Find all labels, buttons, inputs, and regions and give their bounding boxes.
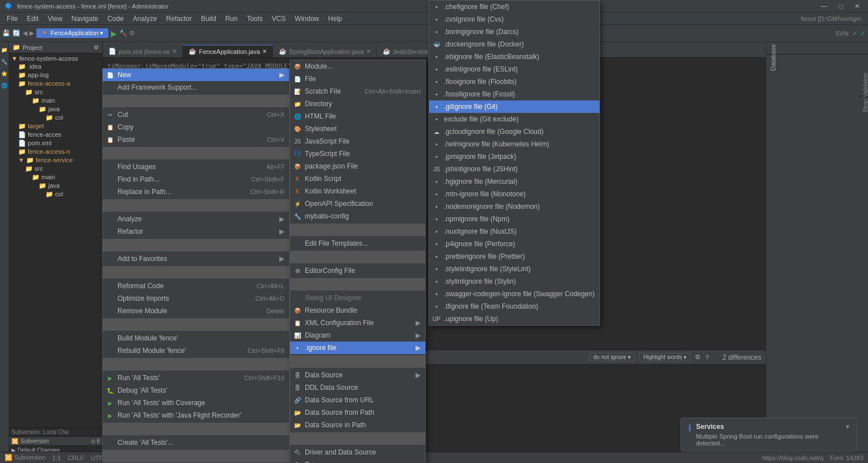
- project-settings-icon[interactable]: ⚙: [94, 44, 99, 50]
- tree-main[interactable]: 📁 main: [9, 96, 102, 105]
- ignore-nodemon[interactable]: • .nodemonignore file (Nodemon): [429, 200, 599, 213]
- tree-applog[interactable]: 📁 app-log: [9, 71, 102, 79]
- do-not-ignore-btn[interactable]: do not ignore ▾: [589, 353, 635, 361]
- new-module[interactable]: 📦 Module...: [290, 60, 425, 73]
- ctx-reformat[interactable]: Reformat Code Ctrl+Alt+L: [103, 280, 289, 292]
- tree-fence-access[interactable]: 📁 fence-access-a: [9, 79, 102, 88]
- ctx-optimize[interactable]: Optimize Imports Ctrl+Alt+O: [103, 292, 289, 305]
- tree-java[interactable]: 📁 java: [9, 105, 102, 113]
- structure-side-icon[interactable]: 🔧: [2, 56, 7, 67]
- new-ts[interactable]: TS TypeScript File: [290, 148, 425, 160]
- ctx-new[interactable]: 📄 New ▶: [103, 69, 289, 81]
- toolbar-icon-5[interactable]: ⚙: [129, 30, 135, 37]
- close-button[interactable]: ✕: [851, 1, 863, 11]
- toolbar-icon-1[interactable]: 💾: [2, 30, 10, 37]
- svn-check[interactable]: ✓: [852, 30, 858, 37]
- ctx-cut[interactable]: ✂ Cut Ctrl+X: [103, 108, 289, 121]
- ignore-swagger[interactable]: • .swagger-codegen-ignore file (Swagger …: [429, 288, 599, 300]
- ignore-jshint[interactable]: JS .jshintignore file (JSHint): [429, 163, 599, 175]
- new-driver-ds[interactable]: 🔌 Driver and Data Source: [290, 446, 425, 458]
- web-side-icon[interactable]: 🌐: [2, 80, 7, 91]
- run-button[interactable]: ▶: [111, 29, 117, 38]
- ignore-eb[interactable]: • .ebignore file (ElasticBeanstalk): [429, 50, 599, 63]
- ctx-run-coverage[interactable]: ▶ Run 'All Tests' with Coverage: [103, 397, 289, 409]
- toolbar-icon-4[interactable]: ▶: [30, 30, 34, 37]
- ctx-run-jfr[interactable]: ▶ Run 'All Tests' with 'Java Flight Reco…: [103, 409, 289, 422]
- menu-vcs[interactable]: VCS: [267, 14, 291, 24]
- ctx-find-in-path[interactable]: Find in Path... Ctrl+Shift+F: [103, 173, 289, 186]
- new-xml-config[interactable]: 📋 XML Configuration File ▶: [290, 317, 425, 329]
- database-label[interactable]: Database: [770, 26, 777, 71]
- menu-help[interactable]: Help: [324, 14, 347, 24]
- new-editorconfig[interactable]: ⚙ EditorConfig File: [290, 264, 425, 277]
- new-ds-from-path[interactable]: 📂 Data Source from Path: [290, 406, 425, 419]
- ignore-stylelint[interactable]: • .stylelintignore file (StyleLint): [429, 263, 599, 275]
- new-file[interactable]: 📄 File: [290, 73, 425, 85]
- ignore-prettier[interactable]: • .prettierignore file (Prettier): [429, 250, 599, 263]
- maximize-button[interactable]: □: [836, 1, 846, 11]
- ignore-git[interactable]: • .gitignore file (Git): [429, 100, 599, 113]
- ctx-rebuild[interactable]: Rebuild Module 'fence' Ctrl+Shift+F9: [103, 344, 289, 357]
- tree-fence-access-n[interactable]: 📁 fence-access-n: [9, 148, 102, 156]
- ctx-run-tests[interactable]: ▶ Run 'All Tests' Ctrl+Shift+F10: [103, 372, 289, 384]
- new-driver[interactable]: 🔌 Driver: [290, 458, 425, 463]
- new-openapi[interactable]: ⚡ OpenAPI Specification: [290, 197, 425, 210]
- tree-java2[interactable]: 📁 java: [9, 182, 102, 190]
- new-edit-templates[interactable]: Edit File Templates...: [290, 237, 425, 250]
- ctx-remove-module[interactable]: Remove Module Delete: [103, 305, 289, 317]
- new-html[interactable]: 🌐 HTML File: [290, 110, 425, 123]
- toolbar-icon-2[interactable]: 🔄: [12, 30, 20, 37]
- menu-window[interactable]: Window: [290, 14, 324, 24]
- ignore-hg[interactable]: • .hgignore file (Mercurial): [429, 175, 599, 188]
- ignore-gitexclude[interactable]: • exclude file (Git exclude): [429, 113, 599, 125]
- menu-analyze[interactable]: Analyze: [128, 14, 162, 24]
- tab-fenceapp-close[interactable]: ✕: [262, 48, 267, 54]
- menu-code[interactable]: Code: [103, 14, 128, 24]
- tree-root[interactable]: ▼ fence-system-access: [9, 54, 102, 62]
- ctx-add-framework[interactable]: Add Framework Support...: [103, 81, 289, 94]
- tab-pomxml-close[interactable]: ✕: [172, 48, 177, 54]
- ctx-debug-tests[interactable]: 🐛 Debug 'All Tests': [103, 384, 289, 397]
- ignore-p4[interactable]: • .p4ignore file (Perforce): [429, 238, 599, 250]
- menu-tools[interactable]: Tools: [242, 14, 267, 24]
- tab-springboot-close[interactable]: ✕: [366, 48, 371, 54]
- ctx-build[interactable]: Build Module 'fence': [103, 332, 289, 344]
- menu-view[interactable]: View: [43, 14, 67, 24]
- ignore-helm[interactable]: • .helmignore file (Kubernetes Helm): [429, 138, 599, 150]
- ignore-eslint[interactable]: • .eslintignore file (ESLint): [429, 63, 599, 75]
- new-ds-in-path[interactable]: 📂 Data Source in Path: [290, 419, 425, 431]
- ignore-npm[interactable]: • .npmignore file (Npm): [429, 213, 599, 225]
- new-diagram[interactable]: 📊 Diagram ▶: [290, 329, 425, 342]
- ignore-docker[interactable]: 🐳 .dockerignore file (Docker): [429, 38, 599, 50]
- new-stylesheet[interactable]: 🎨 Stylesheet: [290, 123, 425, 135]
- ignore-stylint[interactable]: • .stylintignore file (Stylin): [429, 275, 599, 288]
- menu-run[interactable]: Run: [221, 14, 242, 24]
- menu-edit[interactable]: Edit: [22, 14, 43, 24]
- tree-col2[interactable]: 📁 col: [9, 190, 102, 199]
- svn-check2[interactable]: ✓: [860, 30, 866, 37]
- toolbar-icon-3[interactable]: ◀: [23, 30, 27, 37]
- run-config-selector[interactable]: 🏃 FenceApplication ▾: [36, 28, 108, 38]
- menu-file[interactable]: File: [2, 14, 22, 24]
- new-ignore[interactable]: • .ignore file ▶: [290, 342, 425, 354]
- ignore-chef[interactable]: • .chefignore file (Chef): [429, 1, 599, 13]
- menu-refactor[interactable]: Refactor: [162, 14, 196, 24]
- ignore-fossil[interactable]: • .fossilignore file (Fossil): [429, 88, 599, 100]
- ctx-add-favorites[interactable]: Add to Favorites ▶: [103, 252, 289, 265]
- new-kotlin-worksheet[interactable]: K Kotlin Worksheet: [290, 185, 425, 197]
- services-chevron-icon[interactable]: ▾: [846, 423, 849, 431]
- ctx-replace-in-path[interactable]: Replace in Path... Ctrl+Shift+R: [103, 186, 289, 198]
- new-resource-bundle[interactable]: 📦 Resource Bundle: [290, 304, 425, 317]
- new-directory[interactable]: 📁 Directory: [290, 98, 425, 110]
- ctx-create-tests[interactable]: Create 'All Tests'...: [103, 436, 289, 449]
- ctx-paste[interactable]: 📋 Paste Ctrl+V: [103, 133, 289, 146]
- ignore-monotone[interactable]: • .mtn-ignore file (Monotone): [429, 188, 599, 200]
- tree-target[interactable]: 📁 target: [9, 122, 102, 131]
- project-side-icon[interactable]: 📁: [2, 44, 7, 55]
- new-ds-from-url[interactable]: 🔗 Data Source from URL: [290, 394, 425, 406]
- ignore-jpm[interactable]: • .jpmignore file (Jetpack): [429, 150, 599, 163]
- ctx-find-usages[interactable]: Find Usages Alt+F7: [103, 161, 289, 173]
- tab-fenceapp[interactable]: ☕ FenceApplication.java ✕: [183, 45, 273, 57]
- ignore-darcs[interactable]: • .boringignore file (Darcs): [429, 26, 599, 38]
- new-ddl-datasource[interactable]: 🗄 DDL Data Source: [290, 381, 425, 394]
